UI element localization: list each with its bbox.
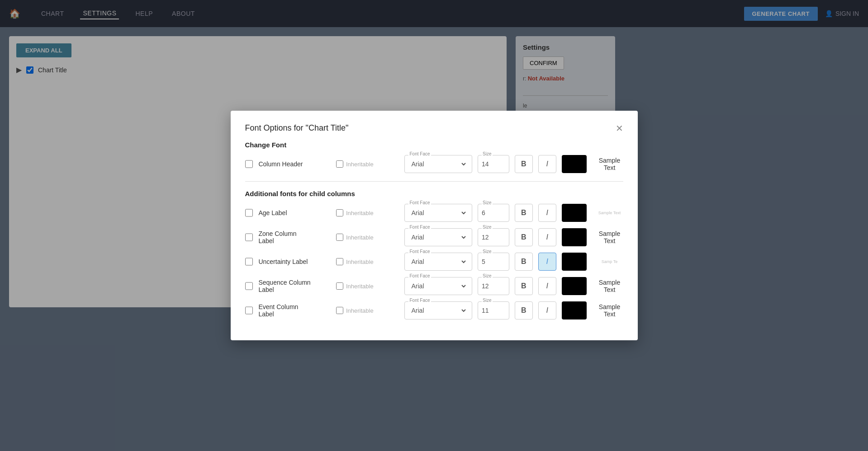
age-label-checkbox[interactable] — [245, 209, 253, 217]
age-label-inheritable-checkbox[interactable] — [336, 209, 343, 216]
sequence-column-label-italic-button[interactable]: I — [538, 277, 556, 295]
zone-column-label-sample-text: SampleText — [596, 230, 623, 244]
column-header-color-swatch[interactable] — [562, 155, 587, 173]
uncertainty-label-label: Uncertainty Label — [258, 258, 330, 265]
event-column-label-inheritable-text: Inheritable — [346, 307, 374, 314]
age-label-color-swatch[interactable] — [562, 204, 587, 222]
sequence-column-label-label: Sequence ColumnLabel — [258, 279, 330, 293]
sequence-column-label-font-face[interactable]: Font Face Arial — [404, 277, 472, 295]
zone-column-label-label: Zone ColumnLabel — [258, 230, 330, 244]
font-row-age-label: Age Label Inheritable Font Face Arial Si… — [245, 204, 623, 222]
sequence-column-label-inheritable-text: Inheritable — [346, 283, 374, 290]
column-header-font-face[interactable]: Font Face Arial — [404, 155, 472, 173]
font-face-float-label: Font Face — [408, 151, 431, 156]
event-column-label-bold-button[interactable]: B — [515, 301, 533, 319]
age-label-inheritable-text: Inheritable — [346, 210, 374, 216]
sequence-column-label-sample-text: SampleText — [596, 279, 623, 293]
event-column-label-size-input[interactable] — [482, 307, 505, 314]
uncertainty-label-inheritable-text: Inheritable — [346, 258, 374, 265]
zone-column-label-bold-button[interactable]: B — [515, 228, 533, 246]
sequence-column-label-inheritable-wrap: Inheritable — [336, 282, 399, 290]
zone-column-label-italic-button[interactable]: I — [538, 228, 556, 246]
event-column-label-checkbox[interactable] — [245, 306, 253, 315]
uncertainty-label-checkbox[interactable] — [245, 258, 253, 266]
column-header-sample-text: SampleText — [596, 157, 623, 171]
modal-title: Font Options for "Chart Title" — [245, 123, 349, 133]
sequence-column-label-font-face-select[interactable]: Arial — [409, 282, 467, 290]
font-row-uncertainty-label: Uncertainty Label Inheritable Font Face … — [245, 253, 623, 271]
sequence-column-label-color-swatch[interactable] — [562, 277, 587, 295]
event-column-label-inheritable-wrap: Inheritable — [336, 307, 399, 314]
sequence-column-label-size-wrap[interactable]: Size — [478, 277, 509, 295]
age-label-font-face-select[interactable]: Arial — [409, 209, 467, 217]
event-column-label-label: Event ColumnLabel — [258, 303, 330, 318]
zone-column-label-size-wrap[interactable]: Size — [478, 228, 509, 246]
additional-fonts-section-title: Additional fonts for child columns — [245, 190, 623, 197]
uncertainty-label-inheritable-wrap: Inheritable — [336, 258, 399, 265]
font-row-column-header: Column Header Inheritable Font Face Aria… — [245, 155, 623, 173]
zone-column-label-inheritable-checkbox[interactable] — [336, 234, 343, 241]
event-column-label-size-wrap[interactable]: Size — [478, 301, 509, 319]
column-header-inheritable-wrap: Inheritable — [336, 160, 399, 168]
uncertainty-label-font-face[interactable]: Font Face Arial — [404, 253, 472, 271]
column-header-checkbox[interactable] — [245, 160, 253, 168]
age-label-inheritable-wrap: Inheritable — [336, 209, 399, 216]
zone-column-label-inheritable-wrap: Inheritable — [336, 234, 399, 241]
modal: Font Options for "Chart Title" ✕ Change … — [231, 111, 638, 340]
uncertainty-label-italic-button[interactable]: I — [538, 253, 556, 271]
uncertainty-label-font-face-select[interactable]: Arial — [409, 258, 467, 266]
section-divider — [245, 181, 623, 182]
zone-column-label-font-face[interactable]: Font Face Arial — [404, 228, 472, 246]
column-header-inheritable-checkbox[interactable] — [336, 160, 343, 168]
uncertainty-label-size-wrap[interactable]: Size — [478, 253, 509, 271]
font-row-sequence-column-label: Sequence ColumnLabel Inheritable Font Fa… — [245, 277, 623, 295]
zone-column-label-font-face-select[interactable]: Arial — [409, 233, 467, 241]
zone-column-label-color-swatch[interactable] — [562, 228, 587, 246]
column-header-bold-button[interactable]: B — [515, 155, 533, 173]
modal-overlay: Font Options for "Chart Title" ✕ Change … — [0, 0, 868, 451]
age-label-label: Age Label — [258, 209, 330, 216]
uncertainty-label-bold-button[interactable]: B — [515, 253, 533, 271]
sequence-column-label-inheritable-checkbox[interactable] — [336, 282, 343, 290]
age-label-size-input[interactable] — [482, 209, 505, 216]
change-font-section-title: Change Font — [245, 141, 623, 149]
size-float-label: Size — [482, 151, 492, 156]
age-label-font-face[interactable]: Font Face Arial — [404, 204, 472, 222]
uncertainty-label-size-input[interactable] — [482, 258, 505, 265]
column-header-italic-button[interactable]: I — [538, 155, 556, 173]
event-column-label-font-face[interactable]: Font Face Arial — [404, 301, 472, 319]
uncertainty-label-inheritable-checkbox[interactable] — [336, 258, 343, 265]
column-header-size-wrap[interactable]: Size — [478, 155, 509, 173]
zone-column-label-inheritable-text: Inheritable — [346, 234, 374, 241]
column-header-font-face-select[interactable]: Arial — [409, 160, 467, 168]
event-column-label-font-face-select[interactable]: Arial — [409, 306, 467, 315]
uncertainty-label-color-swatch[interactable] — [562, 253, 587, 271]
font-row-event-column-label: Event ColumnLabel Inheritable Font Face … — [245, 301, 623, 319]
event-column-label-color-swatch[interactable] — [562, 301, 587, 319]
sequence-column-label-size-input[interactable] — [482, 282, 505, 290]
event-column-label-sample-text: SampleText — [596, 303, 623, 318]
event-column-label-italic-button[interactable]: I — [538, 301, 556, 319]
modal-header: Font Options for "Chart Title" ✕ — [245, 123, 623, 133]
age-label-sample-text: Sample Text — [596, 211, 623, 215]
column-header-size-input[interactable] — [482, 160, 505, 168]
font-row-zone-column-label: Zone ColumnLabel Inheritable Font Face A… — [245, 228, 623, 246]
modal-close-button[interactable]: ✕ — [616, 124, 623, 133]
age-label-italic-button[interactable]: I — [538, 204, 556, 222]
zone-column-label-size-input[interactable] — [482, 234, 505, 241]
age-label-bold-button[interactable]: B — [515, 204, 533, 222]
event-column-label-inheritable-checkbox[interactable] — [336, 307, 343, 314]
column-header-inheritable-text: Inheritable — [346, 161, 374, 168]
age-label-size-wrap[interactable]: Size — [478, 204, 509, 222]
sequence-column-label-bold-button[interactable]: B — [515, 277, 533, 295]
uncertainty-label-sample-text: Samp Te — [596, 259, 623, 264]
column-header-label: Column Header — [258, 160, 330, 168]
sequence-column-label-checkbox[interactable] — [245, 282, 253, 290]
zone-column-label-checkbox[interactable] — [245, 233, 253, 241]
